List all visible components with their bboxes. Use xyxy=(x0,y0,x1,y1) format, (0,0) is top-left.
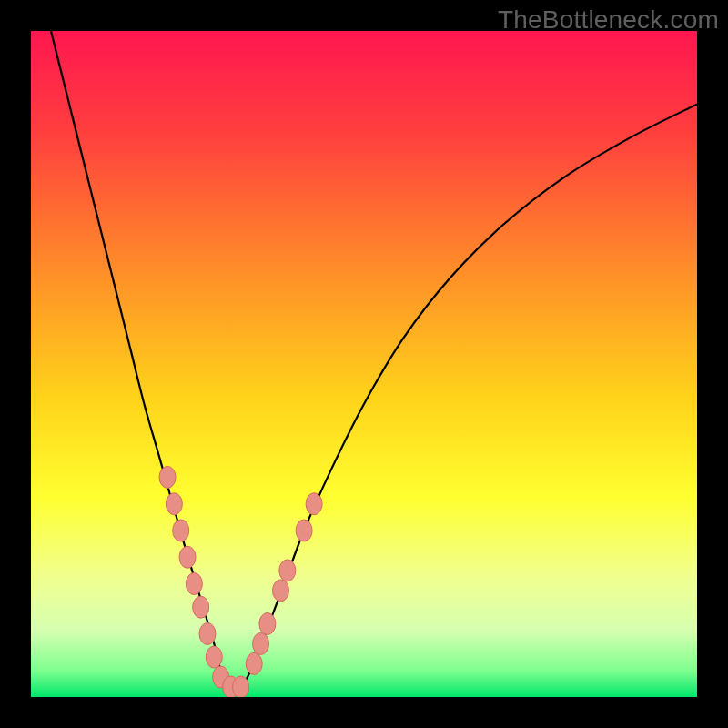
data-marker xyxy=(246,652,262,674)
plot-area xyxy=(31,31,697,697)
data-marker xyxy=(279,560,296,581)
data-marker xyxy=(166,493,182,515)
chart-frame: TheBottleneck.com xyxy=(0,0,728,728)
data-marker xyxy=(253,632,269,654)
data-marker xyxy=(173,520,189,541)
data-marker xyxy=(296,520,312,541)
data-marker xyxy=(159,466,176,488)
data-marker xyxy=(206,646,222,668)
gradient-background xyxy=(31,31,697,697)
watermark-text: TheBottleneck.com xyxy=(498,5,719,35)
chart-canvas xyxy=(31,31,697,697)
data-marker xyxy=(306,493,322,515)
data-marker xyxy=(179,546,196,568)
data-marker xyxy=(259,612,276,634)
data-marker xyxy=(186,573,202,595)
data-marker xyxy=(199,622,216,644)
data-marker xyxy=(273,580,289,602)
data-marker xyxy=(193,596,209,618)
data-marker xyxy=(233,676,249,697)
